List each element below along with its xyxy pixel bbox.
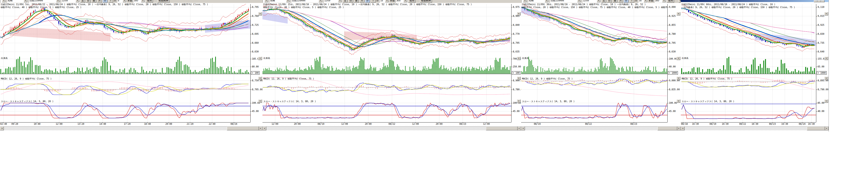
dropdown-icon[interactable]: ▼ (545, 0, 549, 2)
period-button-4[interactable]: T (108, 0, 113, 3)
period-button-0[interactable]: 日 (86, 0, 91, 3)
multi-symbol-button[interactable]: 複数銘柄 (679, 0, 681, 3)
dropdown-icon[interactable]: ▼ (286, 0, 290, 2)
chart-plot-area[interactable] (521, 0, 681, 125)
spinner-arrows-icon[interactable]: ▼ (385, 0, 389, 2)
pane-scale-dropdown-icon[interactable]: ▼ (517, 99, 521, 103)
dropdown-icon[interactable]: ▼ (2, 0, 6, 2)
window-titlebar[interactable] (681, 0, 829, 2)
chart-type-combo[interactable]: ▼ (0, 0, 6, 3)
dropdown-icon[interactable]: ▼ (523, 0, 527, 2)
minute-spinner[interactable]: 15▼ (379, 0, 389, 3)
period-button-3[interactable]: 分 (624, 0, 629, 3)
multi-symbol-button[interactable]: 複数銘柄 (157, 0, 169, 3)
caption-button[interactable] (814, 0, 817, 2)
ashi-button[interactable]: 足 (601, 0, 606, 3)
pane-scale-dropdown-icon[interactable]: ▼ (677, 57, 680, 60)
scroll-right-icon[interactable]: ► (517, 126, 521, 130)
scroll-right-icon[interactable]: ► (259, 126, 262, 130)
horizontal-scrollbar[interactable]: ◄► (262, 126, 521, 130)
ashi-button[interactable]: 足 (343, 0, 347, 3)
chart-type-combo[interactable]: ▼ (521, 0, 527, 3)
symbol-combo[interactable]: 日経225mini▼ (291, 0, 323, 3)
period-button-0[interactable]: 日 (348, 0, 353, 3)
scrollbar-thumb[interactable] (657, 126, 677, 130)
scroll-left-icon[interactable]: ◄ (0, 126, 4, 130)
pane-scale-dropdown-icon[interactable]: ▼ (677, 12, 680, 16)
caption-button[interactable] (821, 0, 825, 2)
apply-button[interactable]: 適用 (667, 0, 674, 3)
symbol-combo[interactable]: 日経225mini▼ (550, 0, 581, 3)
chart-plot-area[interactable] (0, 0, 262, 125)
pane-scale-dropdown-icon[interactable]: ▼ (824, 77, 828, 80)
period-button-1[interactable]: 週 (613, 0, 617, 3)
pane-scale-dropdown-icon[interactable]: ▼ (517, 77, 521, 80)
dropdown-icon[interactable]: ▼ (577, 0, 581, 2)
horizontal-scrollbar[interactable]: ◄► (681, 126, 829, 130)
period-button-2[interactable]: 月 (97, 0, 102, 3)
scrollbar-thumb[interactable] (227, 126, 259, 130)
scroll-right-icon[interactable]: ► (825, 126, 829, 130)
multi-symbol-button[interactable]: 複数銘柄 (420, 0, 432, 3)
contract-combo[interactable]: 11/09▼ (582, 0, 601, 3)
dropdown-icon[interactable]: ▼ (24, 0, 27, 2)
pane-scale-dropdown-icon[interactable]: ▼ (824, 12, 828, 16)
pane-scale-dropdown-icon[interactable]: ▼ (258, 99, 262, 103)
pane-scale-dropdown-icon[interactable]: ▼ (824, 99, 828, 103)
chart-plot-area[interactable] (681, 0, 829, 125)
spinner-arrows-icon[interactable]: ▼ (123, 0, 126, 2)
scroll-left-icon[interactable]: ◄ (262, 126, 266, 130)
period-button-1[interactable]: 週 (91, 0, 96, 3)
apply-button[interactable]: 適用 (408, 0, 415, 3)
period-button-0[interactable]: 日 (607, 0, 612, 3)
bars-spinner[interactable]: 300▼ (396, 0, 408, 3)
scrollbar-thumb[interactable] (807, 126, 825, 130)
minute-spinner[interactable]: 5▼ (117, 0, 127, 3)
spinner-arrows-icon[interactable]: ▼ (404, 0, 407, 2)
pane-scale-dropdown-icon[interactable]: ▼ (824, 57, 828, 60)
contract-combo[interactable]: 11/09▼ (61, 0, 80, 3)
bars-spinner[interactable]: 300▼ (133, 0, 145, 3)
market-combo[interactable]: 先物▼ (7, 0, 28, 3)
symbol-combo[interactable]: 日経225mini▼ (28, 0, 60, 3)
market-combo[interactable]: 先物▼ (528, 0, 549, 3)
horizontal-scrollbar[interactable]: ◄► (0, 126, 262, 130)
pane-scale-dropdown-icon[interactable]: ▼ (258, 57, 262, 60)
period-button-2[interactable]: 月 (360, 0, 364, 3)
minute-spinner[interactable]: 30▼ (638, 0, 648, 3)
dropdown-icon[interactable]: ▼ (597, 0, 600, 2)
scroll-left-icon[interactable]: ◄ (681, 126, 685, 130)
pane-scale-dropdown-icon[interactable]: ▼ (258, 77, 262, 80)
scrollbar-thumb[interactable] (486, 126, 518, 130)
chart-type-combo[interactable]: ▼ (263, 0, 269, 3)
contract-combo[interactable]: 11/09▼ (323, 0, 342, 3)
spinner-arrows-icon[interactable]: ▼ (662, 0, 666, 2)
bars-spinner[interactable]: 300▼ (654, 0, 666, 3)
period-button-3[interactable]: 分 (102, 0, 107, 3)
caption-button[interactable] (817, 0, 821, 2)
dropdown-icon[interactable]: ▼ (265, 0, 268, 2)
dropdown-icon[interactable]: ▼ (338, 0, 342, 2)
ashi-button[interactable]: 足 (81, 0, 85, 3)
period-button-2[interactable]: 月 (618, 0, 623, 3)
spinner-arrows-icon[interactable]: ▼ (644, 0, 647, 2)
scroll-left-icon[interactable]: ◄ (521, 126, 525, 130)
period-button-4[interactable]: T (371, 0, 376, 3)
dropdown-icon[interactable]: ▼ (56, 0, 60, 2)
period-button-1[interactable]: 週 (354, 0, 359, 3)
dropdown-icon[interactable]: ▼ (319, 0, 322, 2)
horizontal-scrollbar[interactable]: ◄► (521, 126, 681, 130)
pane-scale-dropdown-icon[interactable]: ▼ (677, 99, 680, 103)
pane-scale-dropdown-icon[interactable]: ▼ (517, 57, 521, 60)
period-button-4[interactable]: T (629, 0, 634, 3)
market-combo[interactable]: 先物▼ (269, 0, 290, 3)
scroll-right-icon[interactable]: ► (677, 126, 681, 130)
dropdown-icon[interactable]: ▼ (76, 0, 79, 2)
apply-button[interactable]: 適用 (146, 0, 153, 3)
spinner-arrows-icon[interactable]: ▼ (141, 0, 145, 2)
pane-scale-dropdown-icon[interactable]: ▼ (677, 77, 680, 80)
chart-plot-area[interactable] (262, 0, 521, 125)
pane-scale-dropdown-icon[interactable]: ▼ (258, 12, 262, 16)
period-button-3[interactable]: 分 (365, 0, 370, 3)
pane-scale-dropdown-icon[interactable]: ▼ (517, 12, 521, 16)
